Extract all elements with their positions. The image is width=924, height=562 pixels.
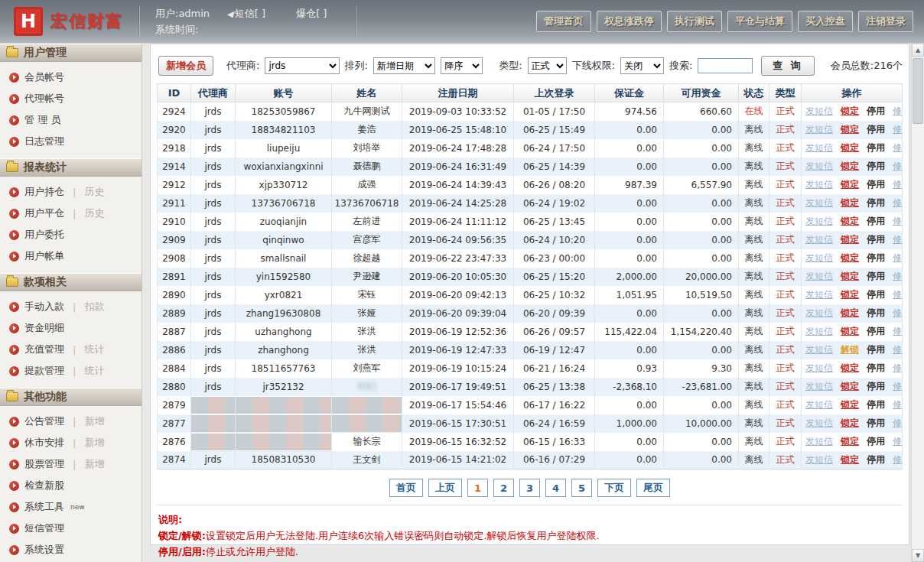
send-sms-link[interactable]: 发短信 xyxy=(805,106,833,116)
sidebar-item-extra[interactable]: 新增 xyxy=(84,457,104,471)
disable-link[interactable]: 停用 xyxy=(867,326,885,336)
lock-link[interactable]: 锁定 xyxy=(841,436,859,447)
send-sms-link[interactable]: 发短信 xyxy=(805,417,833,428)
sidebar-item[interactable]: 用户帐单 xyxy=(0,245,142,267)
page-button[interactable]: 下页 xyxy=(597,479,631,497)
send-sms-link[interactable]: 发短信 xyxy=(805,216,833,226)
header-nav-button[interactable]: 平仓与结算 xyxy=(727,11,792,32)
page-button[interactable]: 首页 xyxy=(389,479,423,497)
sidebar-item[interactable]: 休市安排|新增 xyxy=(0,432,142,453)
edit-link[interactable]: 修改 xyxy=(893,142,903,153)
disable-link[interactable]: 停用 xyxy=(867,142,885,153)
lock-link[interactable]: 锁定 xyxy=(841,399,859,410)
lock-link[interactable]: 锁定 xyxy=(841,289,859,300)
edit-link[interactable]: 修改 xyxy=(893,417,903,428)
sidebar-item[interactable]: 公告管理|新增 xyxy=(0,411,142,432)
lock-link[interactable]: 锁定 xyxy=(841,197,859,208)
downline-select[interactable]: 关闭 xyxy=(620,57,664,74)
disable-link[interactable]: 停用 xyxy=(867,197,885,208)
edit-link[interactable]: 修改 xyxy=(893,454,903,465)
type-select[interactable]: 正式 xyxy=(528,57,567,74)
header-nav-button[interactable]: 执行测试 xyxy=(667,11,722,32)
lock-link[interactable]: 锁定 xyxy=(841,234,859,245)
sidebar-item-extra[interactable]: 历史 xyxy=(84,206,104,220)
sidebar-item-extra[interactable]: 统计 xyxy=(84,364,104,378)
lock-link[interactable]: 锁定 xyxy=(841,216,859,226)
sidebar-item-extra[interactable]: 统计 xyxy=(84,343,104,356)
lock-link[interactable]: 锁定 xyxy=(841,161,859,171)
sidebar-item[interactable]: 充值管理|统计 xyxy=(0,339,142,360)
disable-link[interactable]: 停用 xyxy=(867,216,885,226)
edit-link[interactable]: 修改 xyxy=(893,197,903,208)
send-sms-link[interactable]: 发短信 xyxy=(805,124,833,135)
lock-link[interactable]: 锁定 xyxy=(841,252,859,263)
edit-link[interactable]: 修改 xyxy=(893,344,903,355)
page-button[interactable]: 上页 xyxy=(428,479,462,497)
sidebar-item[interactable]: 手动入款|扣款 xyxy=(0,296,142,317)
page-button[interactable]: 1 xyxy=(467,479,488,497)
edit-link[interactable]: 修改 xyxy=(893,252,903,263)
lock-link[interactable]: 锁定 xyxy=(841,106,859,116)
send-sms-link[interactable]: 发短信 xyxy=(805,344,833,355)
header-nav-button[interactable]: 注销登录 xyxy=(858,11,913,32)
add-member-button[interactable]: 新增会员 xyxy=(158,56,213,76)
order-select[interactable]: 降序 xyxy=(441,57,483,74)
lock-link[interactable]: 锁定 xyxy=(841,124,859,135)
edit-link[interactable]: 修改 xyxy=(893,124,903,135)
sidebar-item[interactable]: 检查新股 xyxy=(0,475,142,496)
edit-link[interactable]: 修改 xyxy=(893,234,903,245)
scroll-down-icon[interactable]: ▼ xyxy=(912,549,924,562)
lock-link[interactable]: 锁定 xyxy=(841,179,859,190)
sidebar-item[interactable]: 日志管理 xyxy=(0,131,142,152)
sidebar-item[interactable]: 短信管理 xyxy=(0,518,142,539)
sidebar-item[interactable]: 提款管理|统计 xyxy=(0,360,142,382)
disable-link[interactable]: 停用 xyxy=(867,344,885,355)
send-sms-link[interactable]: 发短信 xyxy=(805,399,833,410)
sms-counter[interactable]: ◀短信[ ] xyxy=(226,8,279,19)
sidebar-item-extra[interactable]: 新增 xyxy=(84,436,104,450)
send-sms-link[interactable]: 发短信 xyxy=(805,179,833,190)
header-nav-button[interactable]: 管理首页 xyxy=(536,11,591,32)
send-sms-link[interactable]: 发短信 xyxy=(805,362,833,373)
edit-link[interactable]: 修改 xyxy=(893,289,903,300)
disable-link[interactable]: 停用 xyxy=(867,307,885,318)
page-button[interactable]: 2 xyxy=(493,479,514,497)
edit-link[interactable]: 修改 xyxy=(893,362,903,373)
page-button[interactable]: 4 xyxy=(545,479,566,497)
sort-select[interactable]: 新增日期 xyxy=(373,57,435,74)
sidebar-item-extra[interactable]: 扣款 xyxy=(84,300,104,313)
disable-link[interactable]: 停用 xyxy=(867,399,885,410)
send-sms-link[interactable]: 发短信 xyxy=(805,142,833,153)
header-nav-button[interactable]: 权息涨跌停 xyxy=(597,11,662,32)
edit-link[interactable]: 修改 xyxy=(893,216,903,226)
search-input[interactable] xyxy=(698,58,753,73)
disable-link[interactable]: 停用 xyxy=(867,381,885,391)
lock-link[interactable]: 锁定 xyxy=(841,417,859,428)
send-sms-link[interactable]: 发短信 xyxy=(805,161,833,171)
send-sms-link[interactable]: 发短信 xyxy=(805,381,833,391)
edit-link[interactable]: 修改 xyxy=(893,179,903,190)
sidebar-item-extra[interactable]: 新增 xyxy=(84,414,104,428)
scroll-up-icon[interactable]: ▲ xyxy=(912,44,924,57)
sidebar-item[interactable]: 用户委托 xyxy=(0,224,142,245)
edit-link[interactable]: 修改 xyxy=(893,106,903,116)
sidebar-item[interactable]: 用户持仓|历史 xyxy=(0,181,142,203)
edit-link[interactable]: 修改 xyxy=(893,436,903,447)
page-button[interactable]: 尾页 xyxy=(636,479,670,497)
send-sms-link[interactable]: 发短信 xyxy=(805,289,833,300)
sidebar-item-extra[interactable]: 历史 xyxy=(84,185,104,199)
send-sms-link[interactable]: 发短信 xyxy=(805,307,833,318)
lock-link[interactable]: 锁定 xyxy=(841,381,859,391)
agent-select[interactable]: jrds xyxy=(265,57,339,74)
disable-link[interactable]: 停用 xyxy=(867,417,885,428)
edit-link[interactable]: 修改 xyxy=(893,326,903,336)
header-nav-button[interactable]: 买入控盘 xyxy=(798,11,853,32)
sidebar-item[interactable]: 资金明细 xyxy=(0,317,142,339)
disable-link[interactable]: 停用 xyxy=(867,106,885,116)
page-button[interactable]: 5 xyxy=(571,479,592,497)
send-sms-link[interactable]: 发短信 xyxy=(805,234,833,245)
vertical-scrollbar[interactable]: ▲ ▼ xyxy=(911,44,924,562)
scrollbar-thumb[interactable] xyxy=(913,58,923,124)
disable-link[interactable]: 停用 xyxy=(867,436,885,447)
sidebar-item[interactable]: 系统设置 xyxy=(0,539,142,560)
